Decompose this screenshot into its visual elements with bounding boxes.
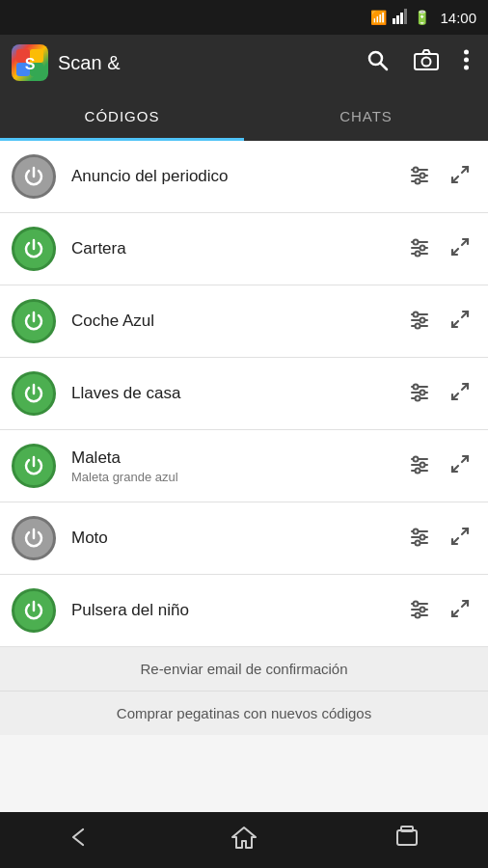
svg-line-10 — [381, 64, 388, 70]
svg-point-60 — [420, 534, 425, 539]
list-item[interactable]: Anuncio del periodico — [0, 141, 488, 213]
svg-point-61 — [416, 540, 420, 545]
expand-icon-3[interactable] — [444, 303, 476, 340]
svg-rect-73 — [397, 830, 417, 845]
item-title-5: Maleta — [71, 448, 403, 468]
power-button-7[interactable] — [12, 588, 56, 633]
svg-point-43 — [414, 384, 419, 389]
tab-bar: CÓDIGOS CHATS — [0, 91, 488, 141]
settings-icon-1[interactable] — [403, 158, 436, 196]
power-button-3[interactable] — [12, 299, 56, 343]
svg-point-59 — [414, 529, 419, 533]
power-button-4[interactable] — [12, 371, 56, 416]
app-title: Scan & — [58, 52, 348, 74]
svg-point-67 — [414, 601, 419, 606]
expand-icon-4[interactable] — [444, 375, 476, 413]
item-text-2: Cartera — [71, 239, 403, 258]
item-text-7: Pulsera del niño — [71, 601, 403, 620]
svg-point-53 — [416, 468, 420, 473]
buy-stickers-button[interactable]: Comprar pegatinas con nuevos códigos — [0, 691, 488, 735]
item-actions-4 — [403, 375, 476, 413]
settings-icon-5[interactable] — [403, 448, 436, 485]
svg-point-52 — [420, 462, 425, 467]
svg-point-29 — [416, 251, 420, 256]
app-bar: S Scan & — [0, 35, 488, 91]
item-actions-6 — [403, 520, 476, 557]
svg-point-51 — [414, 456, 419, 461]
expand-icon-6[interactable] — [444, 520, 476, 557]
status-bar: 📶 🔋 14:00 — [0, 0, 488, 35]
item-text-3: Coche Azul — [71, 312, 403, 331]
battery-icon: 🔋 — [414, 10, 430, 25]
expand-icon-2[interactable] — [444, 231, 476, 268]
list-item[interactable]: Llaves de casa — [0, 358, 488, 430]
item-actions-2 — [403, 231, 476, 268]
item-title-7: Pulsera del niño — [71, 601, 403, 620]
power-button-1[interactable] — [12, 154, 56, 199]
item-text-4: Llaves de casa — [71, 384, 403, 403]
svg-marker-72 — [232, 827, 256, 848]
item-text-5: Maleta Maleta grande azul — [71, 448, 403, 484]
list-item[interactable]: Maleta Maleta grande azul — [0, 430, 488, 502]
svg-rect-1 — [396, 15, 399, 24]
expand-icon-7[interactable] — [444, 592, 476, 630]
signal-icon — [393, 9, 408, 27]
svg-point-12 — [422, 58, 431, 67]
item-actions-1 — [403, 158, 476, 196]
item-actions-5 — [403, 448, 476, 485]
svg-point-35 — [414, 312, 419, 316]
expand-icon-1[interactable] — [444, 158, 476, 196]
svg-point-44 — [420, 390, 425, 394]
nav-bar — [0, 812, 488, 868]
svg-point-13 — [464, 50, 469, 55]
svg-rect-74 — [401, 827, 413, 831]
svg-point-69 — [416, 612, 420, 617]
settings-icon-3[interactable] — [403, 303, 436, 340]
svg-point-14 — [464, 58, 469, 63]
item-title-3: Coche Azul — [71, 312, 403, 331]
list-item[interactable]: Coche Azul — [0, 285, 488, 358]
camera-icon[interactable] — [406, 41, 447, 84]
svg-point-19 — [414, 167, 419, 172]
home-button[interactable] — [211, 815, 277, 865]
item-title-1: Anuncio del periodico — [71, 167, 403, 186]
footer-buttons: Re-enviar email de confirmación Comprar … — [0, 647, 488, 735]
svg-rect-0 — [393, 18, 395, 24]
svg-text:S: S — [25, 56, 36, 72]
power-button-5[interactable] — [12, 444, 56, 488]
settings-icon-7[interactable] — [403, 592, 436, 630]
power-button-6[interactable] — [12, 516, 56, 560]
power-button-2[interactable] — [12, 227, 56, 271]
svg-point-36 — [420, 317, 425, 322]
item-actions-7 — [403, 592, 476, 630]
wifi-icon: 📶 — [370, 10, 387, 25]
svg-point-15 — [464, 66, 469, 70]
settings-icon-6[interactable] — [403, 520, 436, 557]
list-item[interactable]: Pulsera del niño — [0, 575, 488, 647]
resend-email-button[interactable]: Re-enviar email de confirmación — [0, 647, 488, 691]
tab-chats[interactable]: CHATS — [244, 91, 488, 141]
item-title-4: Llaves de casa — [71, 384, 403, 403]
expand-icon-5[interactable] — [444, 448, 476, 485]
more-icon[interactable] — [456, 41, 476, 84]
list-item[interactable]: Cartera — [0, 213, 488, 285]
settings-icon-2[interactable] — [403, 231, 436, 268]
svg-point-21 — [416, 178, 420, 183]
search-icon[interactable] — [358, 41, 396, 85]
svg-rect-2 — [400, 13, 403, 24]
svg-rect-11 — [415, 54, 438, 69]
app-logo: S — [12, 44, 48, 81]
list-item[interactable]: Moto — [0, 502, 488, 575]
svg-point-68 — [420, 607, 425, 611]
back-button[interactable] — [48, 816, 114, 864]
time-display: 14:00 — [440, 10, 476, 26]
item-text-1: Anuncio del periodico — [71, 167, 403, 186]
item-text-6: Moto — [71, 529, 403, 548]
recents-button[interactable] — [374, 816, 440, 864]
item-title-6: Moto — [71, 529, 403, 548]
item-title-2: Cartera — [71, 239, 403, 258]
svg-point-45 — [416, 395, 420, 400]
tab-codigos[interactable]: CÓDIGOS — [0, 91, 244, 141]
svg-point-20 — [420, 173, 425, 177]
settings-icon-4[interactable] — [403, 375, 436, 413]
